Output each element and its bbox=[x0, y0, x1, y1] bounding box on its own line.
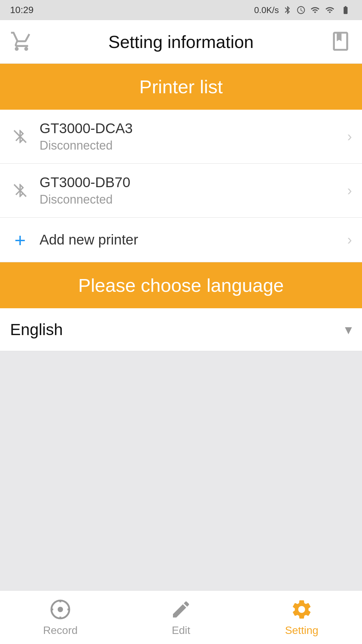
notebook-icon[interactable] bbox=[329, 30, 352, 54]
printer-item-1[interactable]: GT3000-DB70 Disconnected › bbox=[0, 164, 362, 218]
chevron-right-add-icon: › bbox=[347, 232, 352, 248]
printer-1-status: Disconnected bbox=[40, 193, 347, 207]
empty-content-area bbox=[0, 351, 362, 593]
chevron-right-icon-0: › bbox=[347, 128, 352, 145]
nav-item-edit[interactable]: Edit bbox=[121, 593, 241, 642]
status-right-icons: 0.0K/s bbox=[254, 5, 352, 15]
add-printer-label: Add new printer bbox=[40, 232, 347, 248]
bottom-nav: Record Edit Setting bbox=[0, 590, 362, 644]
nav-item-setting[interactable]: Setting bbox=[241, 593, 362, 642]
page-title: Setting information bbox=[108, 32, 254, 52]
printer-1-text: GT3000-DB70 Disconnected bbox=[40, 174, 347, 207]
printer-0-text: GT3000-DCA3 Disconnected bbox=[40, 120, 347, 153]
printer-1-name: GT3000-DB70 bbox=[40, 174, 347, 191]
svg-point-3 bbox=[58, 607, 63, 612]
printer-list-header: Printer list bbox=[0, 64, 362, 110]
wifi-icon bbox=[324, 5, 335, 15]
chevron-right-icon-1: › bbox=[347, 182, 352, 199]
language-selected: English bbox=[10, 320, 345, 339]
language-dropdown[interactable]: English ▾ bbox=[0, 308, 362, 351]
language-header: Please choose language bbox=[0, 262, 362, 308]
bluetooth-icon-1 bbox=[10, 180, 30, 201]
record-icon bbox=[49, 598, 72, 621]
signal-icon bbox=[310, 5, 320, 15]
edit-icon bbox=[170, 598, 192, 621]
printer-0-name: GT3000-DCA3 bbox=[40, 120, 347, 137]
dropdown-arrow-icon: ▾ bbox=[345, 321, 352, 338]
printer-list-title: Printer list bbox=[139, 76, 223, 97]
printer-item-0[interactable]: GT3000-DCA3 Disconnected › bbox=[0, 110, 362, 164]
printer-0-status: Disconnected bbox=[40, 139, 347, 153]
setting-icon bbox=[290, 598, 313, 621]
main-content: Printer list GT3000-DCA3 Disconnected › … bbox=[0, 64, 362, 593]
cart-icon[interactable] bbox=[10, 30, 33, 54]
battery-icon bbox=[339, 5, 352, 15]
nav-edit-label: Edit bbox=[172, 624, 190, 637]
nav-record-label: Record bbox=[43, 624, 77, 637]
add-icon: + bbox=[10, 230, 30, 250]
network-speed: 0.0K/s bbox=[254, 5, 279, 15]
nav-setting-label: Setting bbox=[285, 624, 318, 637]
bluetooth-icon-0 bbox=[10, 126, 30, 147]
clock-status-icon bbox=[296, 5, 306, 15]
language-title: Please choose language bbox=[78, 275, 284, 296]
status-bar: 10:29 0.0K/s bbox=[0, 0, 362, 20]
status-time: 10:29 bbox=[10, 5, 34, 15]
nav-item-record[interactable]: Record bbox=[0, 593, 121, 642]
bluetooth-status-icon bbox=[283, 5, 292, 15]
add-printer-item[interactable]: + Add new printer › bbox=[0, 218, 362, 262]
header: Setting information bbox=[0, 20, 362, 64]
